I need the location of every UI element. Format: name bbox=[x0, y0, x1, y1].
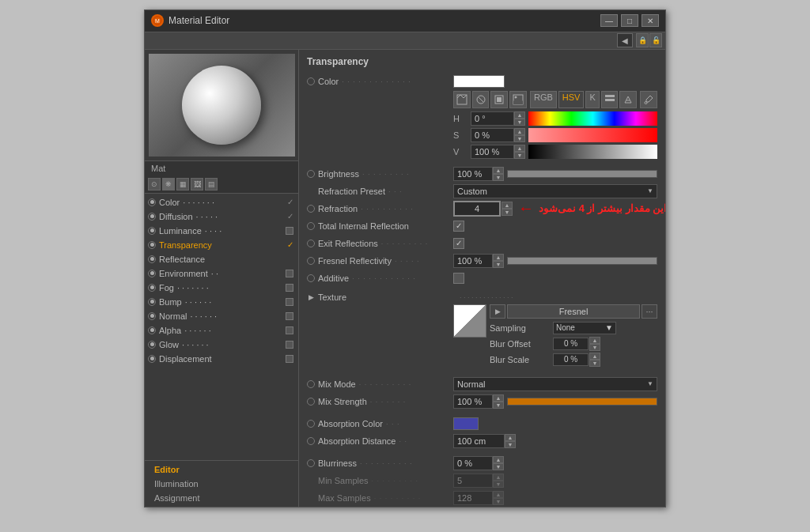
mix-mode-dropdown[interactable]: Normal ▼ bbox=[453, 377, 657, 391]
palette-icon-btn[interactable] bbox=[601, 91, 619, 108]
preview-ctrl-1[interactable]: ⊙ bbox=[148, 178, 161, 191]
mat-item-bump[interactable]: Bump · · · · · · bbox=[145, 295, 298, 309]
refraction-preset-dropdown[interactable]: Custom ▼ bbox=[453, 184, 657, 198]
mat-item-color[interactable]: Color · · · · · · · ✓ bbox=[145, 195, 298, 209]
preview-ctrl-2[interactable]: ❋ bbox=[162, 178, 175, 191]
min-samples-down[interactable]: ▼ bbox=[493, 481, 504, 488]
s-up[interactable]: ▲ bbox=[514, 128, 525, 135]
hsv-btn[interactable]: HSV bbox=[558, 91, 585, 108]
blur-offset-input[interactable] bbox=[553, 338, 589, 350]
refraction-down[interactable]: ▼ bbox=[502, 209, 513, 216]
mat-item-normal[interactable]: Normal · · · · · · bbox=[145, 309, 298, 323]
blurriness-control: ▲ ▼ bbox=[453, 456, 657, 470]
mat-item-transparency[interactable]: Transparency ✓ bbox=[145, 238, 298, 252]
section-title: Transparency bbox=[307, 56, 657, 67]
sat-bar[interactable] bbox=[528, 128, 657, 142]
gradient-icon-btn[interactable] bbox=[472, 91, 490, 108]
absorption-distance-input[interactable] bbox=[453, 434, 505, 448]
mat-item-alpha[interactable]: Alpha · · · · · · bbox=[145, 323, 298, 338]
nav-illumination[interactable]: Illumination bbox=[145, 477, 298, 491]
nav-assignment[interactable]: Assignment bbox=[145, 491, 298, 505]
radio-glow bbox=[148, 341, 156, 349]
mat-item-luminance[interactable]: Luminance · · · · bbox=[145, 224, 298, 238]
absorption-distance-up[interactable]: ▲ bbox=[505, 434, 516, 441]
preview-ctrl-3[interactable]: ▦ bbox=[176, 178, 189, 191]
mix-strength-down[interactable]: ▼ bbox=[493, 402, 504, 409]
mat-item-displacement[interactable]: Displacement bbox=[145, 352, 298, 366]
texture-more-btn[interactable]: ··· bbox=[642, 304, 657, 319]
exit-reflections-row: Exit Reflections · · · · · · · · · ✓ bbox=[307, 236, 657, 251]
total-internal-checkbox[interactable]: ✓ bbox=[453, 221, 464, 232]
sampling-dropdown[interactable]: None ▼ bbox=[553, 322, 616, 334]
image-icon-btn[interactable] bbox=[509, 91, 527, 108]
v-up[interactable]: ▲ bbox=[514, 145, 525, 152]
blur-scale-up[interactable]: ▲ bbox=[589, 353, 600, 360]
mix-strength-up[interactable]: ▲ bbox=[493, 394, 504, 402]
brightness-down[interactable]: ▼ bbox=[493, 174, 504, 181]
nav-editor[interactable]: Editor bbox=[145, 462, 298, 477]
v-input[interactable] bbox=[471, 145, 514, 159]
brightness-input[interactable] bbox=[453, 167, 493, 181]
exit-reflections-checkbox[interactable]: ✓ bbox=[453, 238, 464, 249]
absorption-distance-down[interactable]: ▼ bbox=[505, 441, 516, 448]
additive-checkbox[interactable] bbox=[453, 273, 464, 284]
refraction-input[interactable] bbox=[453, 201, 501, 217]
preview-controls: ⊙ ❋ ▦ 🖼 ▤ bbox=[145, 175, 298, 194]
radio-bump bbox=[148, 298, 156, 306]
lock-icon-1[interactable]: 🔒 bbox=[636, 33, 649, 47]
close-button[interactable]: ✕ bbox=[642, 14, 659, 27]
picker-icon-btn[interactable] bbox=[619, 91, 637, 108]
lock-icon-2[interactable]: 🔓 bbox=[649, 33, 662, 47]
minimize-button[interactable]: — bbox=[600, 14, 618, 27]
fresnel-down[interactable]: ▼ bbox=[493, 261, 504, 268]
nav-back-icon[interactable]: ◀ bbox=[617, 33, 633, 47]
mat-item-diffusion[interactable]: Diffusion · · · · · ✓ bbox=[145, 209, 298, 224]
rgb-btn[interactable]: RGB bbox=[530, 91, 557, 108]
val-bar[interactable] bbox=[528, 145, 657, 159]
mat-item-environment[interactable]: Environment · · bbox=[145, 266, 298, 281]
min-samples-input[interactable] bbox=[453, 474, 493, 488]
preview-ctrl-5[interactable]: ▤ bbox=[205, 178, 218, 191]
mix-strength-input[interactable] bbox=[453, 394, 493, 409]
min-samples-up[interactable]: ▲ bbox=[493, 474, 504, 481]
fresnel-input[interactable] bbox=[453, 254, 493, 268]
h-up[interactable]: ▲ bbox=[514, 111, 525, 119]
texture-icon-btn[interactable] bbox=[453, 91, 471, 108]
blur-offset-up[interactable]: ▲ bbox=[589, 337, 600, 344]
preview-ctrl-4[interactable]: 🖼 bbox=[191, 178, 203, 191]
texture-play-btn[interactable]: ▶ bbox=[490, 304, 505, 319]
color-swatch[interactable] bbox=[453, 75, 505, 88]
maximize-button[interactable]: □ bbox=[621, 14, 638, 27]
refraction-spin-btns: ▲ ▼ bbox=[502, 202, 513, 216]
brightness-up[interactable]: ▲ bbox=[493, 167, 504, 174]
layer-icon-btn[interactable] bbox=[490, 91, 508, 108]
luminance-square bbox=[286, 227, 293, 235]
texture-expand-icon[interactable]: ▶ bbox=[307, 293, 315, 301]
eyedrop-icon-btn[interactable] bbox=[640, 91, 657, 108]
mat-item-fog[interactable]: Fog · · · · · · · bbox=[145, 281, 298, 295]
radio-reflectance bbox=[148, 255, 156, 263]
fresnel-button[interactable]: Fresnel bbox=[507, 304, 640, 319]
fresnel-up[interactable]: ▲ bbox=[493, 254, 504, 261]
h-input[interactable] bbox=[471, 111, 514, 126]
mat-item-glow[interactable]: Glow · · · · · · bbox=[145, 338, 298, 352]
h-down[interactable]: ▼ bbox=[514, 119, 525, 126]
absorption-color-swatch[interactable] bbox=[453, 417, 479, 430]
refraction-up[interactable]: ▲ bbox=[502, 202, 513, 209]
max-samples-up[interactable]: ▲ bbox=[493, 491, 504, 498]
blur-scale-down[interactable]: ▼ bbox=[589, 360, 600, 367]
v-down[interactable]: ▼ bbox=[514, 152, 525, 159]
blurriness-input[interactable] bbox=[453, 456, 493, 470]
s-down[interactable]: ▼ bbox=[514, 135, 525, 142]
max-samples-down[interactable]: ▼ bbox=[493, 498, 504, 505]
mat-item-reflectance[interactable]: Reflectance bbox=[145, 252, 298, 266]
blurriness-up[interactable]: ▲ bbox=[493, 456, 504, 463]
s-input[interactable] bbox=[471, 128, 514, 142]
k-btn[interactable]: K bbox=[585, 91, 599, 108]
blur-offset-spin-btns: ▲ ▼ bbox=[589, 337, 600, 351]
blurriness-down[interactable]: ▼ bbox=[493, 463, 504, 470]
max-samples-input[interactable] bbox=[453, 491, 493, 505]
hue-bar[interactable] bbox=[528, 111, 657, 126]
blur-offset-down[interactable]: ▼ bbox=[589, 344, 600, 351]
blur-scale-input[interactable] bbox=[553, 353, 589, 366]
